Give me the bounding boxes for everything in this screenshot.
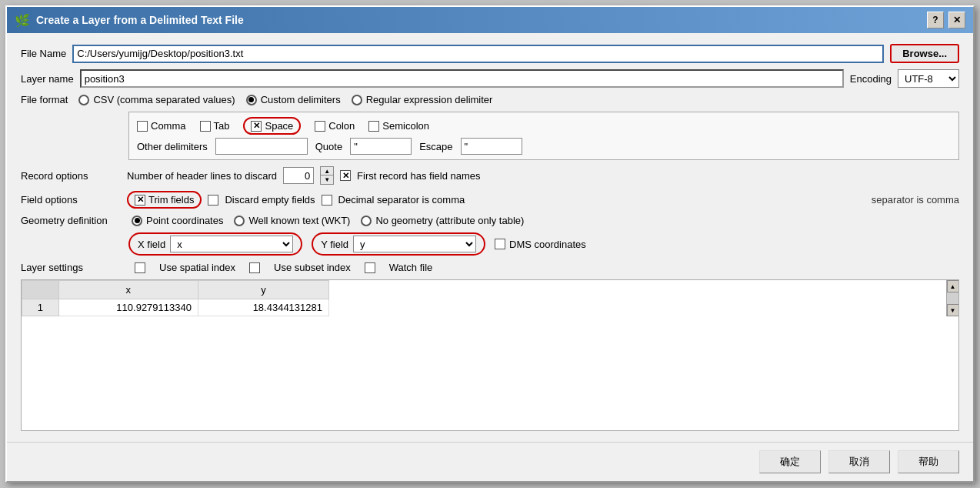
table-scroll-area[interactable]: x y 1110.927911334018.4344131281 bbox=[22, 280, 946, 316]
y-field-box: Y field y bbox=[312, 232, 485, 256]
header-lines-input[interactable] bbox=[283, 167, 314, 184]
space-label: Space bbox=[265, 120, 293, 132]
table-header-x: x bbox=[58, 281, 198, 299]
table-cell-y: 18.4344131281 bbox=[198, 299, 328, 316]
semicolon-label: Semicolon bbox=[382, 120, 429, 132]
discard-empty-checkbox[interactable] bbox=[208, 195, 218, 206]
separator-note: separator is comma bbox=[872, 194, 959, 206]
ok-button[interactable]: 确定 bbox=[759, 450, 821, 473]
csv-option: CSV (comma separated values) bbox=[78, 94, 235, 105]
title-bar: 🌿 Create a Layer from a Delimited Text F… bbox=[7, 7, 973, 33]
delimiters-row: Comma Tab ✕ Space Colon bbox=[137, 117, 951, 135]
first-record-checkbox[interactable]: ✕ bbox=[340, 170, 351, 181]
subset-index-checkbox[interactable] bbox=[249, 262, 260, 273]
main-dialog: 🌿 Create a Layer from a Delimited Text F… bbox=[5, 5, 975, 483]
comma-checkbox[interactable] bbox=[137, 121, 148, 132]
scroll-up-button[interactable]: ▲ bbox=[947, 280, 959, 292]
dialog-footer: 确定 取消 帮助 bbox=[7, 442, 973, 481]
record-options-row: Record options Number of header lines to… bbox=[21, 166, 959, 185]
custom-label: Custom delimiters bbox=[261, 94, 341, 105]
layer-name-input[interactable] bbox=[80, 69, 844, 88]
watch-file-checkbox[interactable] bbox=[365, 262, 375, 273]
cancel-button[interactable]: 取消 bbox=[828, 450, 890, 473]
y-field-select[interactable]: y bbox=[353, 236, 476, 252]
decimal-separator-label: Decimal separator is comma bbox=[338, 194, 465, 206]
layer-name-row: Layer name Encoding UTF-8 bbox=[21, 69, 959, 88]
other-delimiters-row: Other delimiters Quote Escape bbox=[137, 138, 951, 155]
semicolon-delimiter: Semicolon bbox=[368, 120, 429, 132]
other-delimiters-input[interactable] bbox=[215, 138, 308, 155]
close-title-button[interactable]: ✕ bbox=[948, 12, 965, 28]
spinner-down-arrow[interactable]: ▼ bbox=[321, 175, 333, 184]
help-button[interactable]: 帮助 bbox=[898, 450, 959, 473]
colon-label: Colon bbox=[328, 120, 355, 132]
header-lines-label: Number of header lines to discard bbox=[127, 170, 277, 182]
regex-radio[interactable] bbox=[352, 95, 362, 105]
file-format-label: File format bbox=[21, 94, 68, 105]
data-table: x y 1110.927911334018.4344131281 bbox=[22, 280, 329, 316]
wkt-radio[interactable] bbox=[234, 216, 245, 226]
encoding-select[interactable]: UTF-8 bbox=[898, 69, 959, 88]
dms-checkbox[interactable] bbox=[495, 239, 505, 249]
table-row-num-header bbox=[22, 281, 59, 299]
xy-field-row: X field x Y field y DMS coordinates bbox=[128, 232, 959, 256]
decimal-separator-checkbox[interactable] bbox=[322, 195, 332, 206]
point-coords-option: Point coordinates bbox=[132, 215, 223, 226]
app-icon: 🌿 bbox=[15, 13, 30, 28]
no-geometry-option: No geometry (attribute only table) bbox=[361, 215, 524, 226]
help-title-button[interactable]: ? bbox=[927, 12, 944, 28]
title-bar-left: 🌿 Create a Layer from a Delimited Text F… bbox=[15, 13, 244, 28]
regex-label: Regular expression delimiter bbox=[366, 94, 493, 105]
table-wrapper: x y 1110.927911334018.4344131281 ▲ ▼ bbox=[22, 280, 958, 316]
scroll-down-button[interactable]: ▼ bbox=[947, 304, 959, 316]
trim-fields-label: Trim fields bbox=[148, 194, 194, 206]
table-row-num: 1 bbox=[22, 299, 59, 316]
spinner-up-arrow[interactable]: ▲ bbox=[321, 167, 333, 175]
dms-option: DMS coordinates bbox=[495, 239, 586, 250]
field-options-label: Field options bbox=[21, 194, 121, 206]
tab-delimiter: Tab bbox=[200, 120, 230, 132]
field-options-row: Field options ✕ Trim fields Discard empt… bbox=[21, 191, 959, 209]
dialog-title: Create a Layer from a Delimited Text Fil… bbox=[36, 14, 244, 26]
spatial-index-checkbox[interactable] bbox=[135, 262, 145, 273]
quote-input[interactable] bbox=[350, 138, 412, 155]
escape-input[interactable] bbox=[461, 138, 522, 155]
geometry-label: Geometry definition bbox=[21, 215, 121, 226]
layer-settings-label: Layer settings bbox=[21, 262, 121, 273]
semicolon-checkbox[interactable] bbox=[368, 121, 379, 132]
tab-checkbox[interactable] bbox=[200, 121, 211, 132]
scroll-track[interactable] bbox=[947, 292, 958, 304]
custom-radio[interactable] bbox=[246, 95, 257, 105]
table-header-y: y bbox=[198, 281, 328, 299]
header-lines-spinner[interactable]: ▲ ▼ bbox=[320, 166, 334, 185]
space-delimiter: ✕ Space bbox=[243, 117, 301, 135]
point-radio[interactable] bbox=[132, 216, 142, 226]
data-table-section: x y 1110.927911334018.4344131281 ▲ ▼ bbox=[21, 279, 959, 431]
space-checkbox[interactable]: ✕ bbox=[251, 121, 262, 132]
y-field-label: Y field bbox=[321, 239, 348, 250]
escape-label: Escape bbox=[419, 141, 452, 152]
wkt-option: Well known text (WKT) bbox=[234, 215, 350, 226]
file-name-input[interactable] bbox=[72, 45, 884, 63]
file-format-row: File format CSV (comma separated values)… bbox=[21, 94, 959, 105]
tab-label: Tab bbox=[214, 120, 230, 132]
encoding-label: Encoding bbox=[850, 73, 892, 85]
vertical-scrollbar[interactable]: ▲ ▼ bbox=[946, 280, 958, 316]
geometry-row: Geometry definition Point coordinates We… bbox=[21, 215, 959, 226]
layer-settings-row: Layer settings Use spatial index Use sub… bbox=[21, 262, 959, 273]
csv-radio[interactable] bbox=[78, 95, 89, 105]
no-geom-radio[interactable] bbox=[361, 216, 372, 226]
spatial-index-label: Use spatial index bbox=[159, 262, 235, 273]
browse-button[interactable]: Browse... bbox=[890, 44, 959, 63]
record-options-label: Record options bbox=[21, 170, 121, 182]
colon-checkbox[interactable] bbox=[315, 121, 325, 132]
regex-delimiter-option: Regular expression delimiter bbox=[352, 94, 493, 105]
table-header-row: x y bbox=[22, 281, 329, 299]
layer-name-label: Layer name bbox=[21, 73, 74, 85]
x-field-select[interactable]: x bbox=[170, 236, 293, 252]
wkt-label: Well known text (WKT) bbox=[248, 215, 350, 226]
comma-label: Comma bbox=[151, 120, 186, 132]
trim-fields-checkbox[interactable]: ✕ bbox=[135, 195, 145, 206]
title-buttons: ? ✕ bbox=[927, 12, 965, 28]
dialog-body: File Name Browse... Layer name Encoding … bbox=[7, 33, 973, 442]
